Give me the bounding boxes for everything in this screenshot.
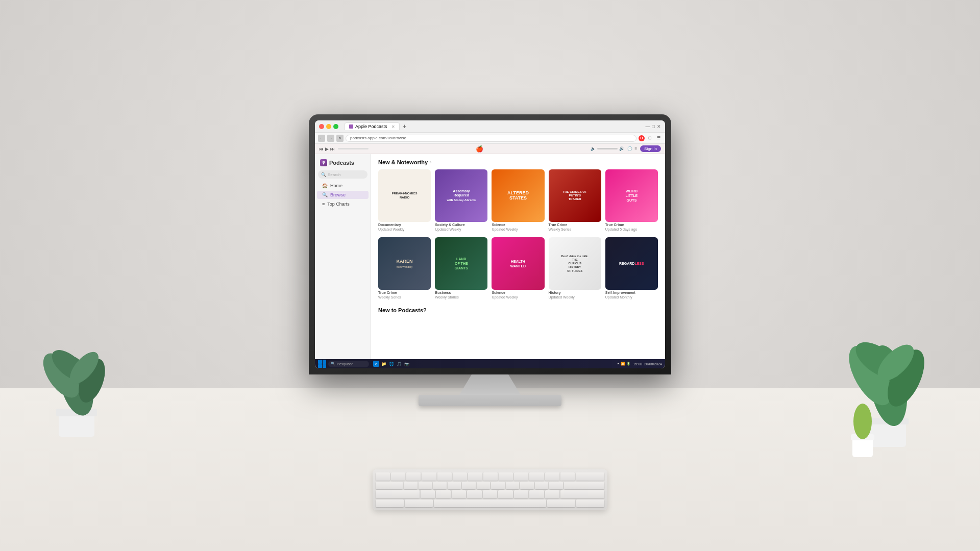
key[interactable] <box>529 490 544 498</box>
key[interactable] <box>376 490 420 498</box>
key[interactable] <box>576 499 604 508</box>
key[interactable] <box>467 490 482 498</box>
key[interactable] <box>514 490 529 498</box>
folder-icon[interactable]: 📁 <box>381 361 387 367</box>
taskbar-system-tray: ⏶ 📶 🔋 15:00 20/08/2024 <box>617 362 662 366</box>
new-tab-btn[interactable]: + <box>401 122 409 131</box>
forward-btn[interactable]: → <box>327 135 334 142</box>
podcast-card-altered[interactable]: ALTEREDSTATES Science Updated Weekly <box>492 169 544 231</box>
key[interactable] <box>376 499 404 508</box>
window-maximize-icon[interactable]: □ <box>652 124 655 129</box>
podcast-card-assembly[interactable]: AssemblyRequiredwith Stacey Abrams Socie… <box>435 169 487 231</box>
tab-close-icon[interactable]: ✕ <box>391 124 395 129</box>
key[interactable] <box>547 499 575 508</box>
volume-slider[interactable] <box>597 148 618 149</box>
key[interactable] <box>405 499 433 508</box>
key[interactable] <box>391 472 405 481</box>
app-icon-1[interactable]: 🎵 <box>396 361 402 367</box>
podcast-card-curious[interactable]: Don't drink the milk.THECURIOUSHISTORYOF… <box>549 237 601 299</box>
podcast-card-putins[interactable]: THE CRIMES OFPUTIN'STRADER True Crime We… <box>549 169 601 231</box>
play-btn[interactable]: ▶ <box>325 146 329 152</box>
key[interactable] <box>477 482 491 490</box>
key[interactable] <box>520 482 534 490</box>
key[interactable] <box>483 490 498 498</box>
key[interactable] <box>376 482 403 490</box>
history-btn[interactable]: ☰ <box>655 135 662 142</box>
window-close-icon[interactable]: ✕ <box>657 124 661 129</box>
key[interactable] <box>506 482 520 490</box>
tab-favicon <box>349 124 353 129</box>
app-icon-2[interactable]: 📷 <box>404 361 410 367</box>
chrome-icon[interactable]: 🌐 <box>388 361 395 367</box>
back-btn[interactable]: ← <box>318 135 325 142</box>
key[interactable] <box>437 472 452 481</box>
taskbar-app-icons: e 📁 🌐 🎵 📷 <box>373 361 410 367</box>
key[interactable] <box>448 482 461 490</box>
key[interactable] <box>376 472 390 481</box>
assembly-freq: Updated Weekly <box>435 228 487 231</box>
refresh-btn[interactable]: ↻ <box>336 135 344 142</box>
key[interactable] <box>406 472 421 481</box>
key[interactable] <box>576 472 604 481</box>
sidebar-item-top-charts[interactable]: ≡ Top Charts <box>317 200 369 208</box>
podcast-card-land[interactable]: LANDOF THEGIANTS Business Weekly Stories <box>435 237 487 299</box>
window-close-btn[interactable] <box>319 124 324 129</box>
active-tab[interactable]: Apple Podcasts ✕ <box>345 122 400 130</box>
key[interactable] <box>499 472 513 481</box>
regardless-category: Self-Improvement <box>605 291 658 294</box>
app-content: 🎙 Podcasts 🔍 Search 🏠 Home 🔍 Browse <box>315 154 665 359</box>
key[interactable] <box>483 472 498 481</box>
podcast-card-health[interactable]: HEALTHWANTED Science Updated Weekly <box>492 237 544 299</box>
key[interactable] <box>564 482 605 490</box>
spacebar[interactable] <box>434 499 546 508</box>
sidebar-item-home[interactable]: 🏠 Home <box>317 182 369 190</box>
window-maximize-btn[interactable] <box>333 124 338 129</box>
taskbar-search-icon: 🔍 <box>331 362 335 366</box>
apple-logo: 🍎 <box>372 145 587 153</box>
extensions-btn[interactable]: ⊞ <box>646 135 653 142</box>
land-category: Business <box>435 291 487 294</box>
key[interactable] <box>545 490 560 498</box>
top-charts-icon: ≡ <box>322 202 325 207</box>
podcast-card-regardless[interactable]: REGARDLESS Self-Improvement Updated Mont… <box>605 237 658 299</box>
key[interactable] <box>529 472 544 481</box>
key[interactable] <box>549 482 563 490</box>
podcast-card-karen[interactable]: KARENfrom Wondery True Crime Weekly Seri… <box>378 237 431 299</box>
window-minimize-btn[interactable] <box>326 124 331 129</box>
window-minimize-icon[interactable]: — <box>646 124 650 129</box>
key[interactable] <box>462 482 476 490</box>
sidebar-item-browse[interactable]: 🔍 Browse <box>317 191 369 199</box>
key[interactable] <box>421 490 435 498</box>
windows-start-btn[interactable] <box>318 360 326 368</box>
key[interactable] <box>545 472 559 481</box>
key[interactable] <box>433 482 447 490</box>
sidebar-search[interactable]: 🔍 Search <box>318 170 368 179</box>
podcast-card-freakonomics[interactable]: FREAK⊗NOMICSRADIO Documentary Updated We… <box>378 169 431 231</box>
podcasts-logo: 🎙 Podcasts <box>315 157 371 169</box>
key[interactable] <box>560 490 604 498</box>
key[interactable] <box>422 472 436 481</box>
key[interactable] <box>453 472 467 481</box>
fast-forward-btn[interactable]: ⏭ <box>330 146 335 152</box>
address-bar[interactable]: podcasts.apple.com/us/browse <box>346 135 636 142</box>
taskbar-search[interactable]: 🔍 Pesquisar <box>328 361 369 367</box>
key[interactable] <box>491 482 505 490</box>
list-icon[interactable]: ≡ <box>634 146 637 151</box>
opera-icon[interactable]: O <box>639 135 645 141</box>
key[interactable] <box>419 482 432 490</box>
section-arrow[interactable]: › <box>430 160 431 165</box>
media-progress[interactable] <box>338 148 369 149</box>
clock-icon[interactable]: 🕐 <box>627 146 632 151</box>
key[interactable] <box>452 490 467 498</box>
key[interactable] <box>560 472 575 481</box>
key[interactable] <box>468 472 482 481</box>
sign-in-btn[interactable]: Sign In <box>640 145 661 152</box>
key[interactable] <box>498 490 513 498</box>
key[interactable] <box>514 472 528 481</box>
podcast-card-weird[interactable]: WEIRDLITTLEGUYS True Crime Updated 5 day… <box>605 169 658 231</box>
key[interactable] <box>436 490 451 498</box>
edge-icon[interactable]: e <box>373 361 379 367</box>
key[interactable] <box>535 482 549 490</box>
rewind-btn[interactable]: ⏮ <box>319 146 324 152</box>
key[interactable] <box>404 482 418 490</box>
